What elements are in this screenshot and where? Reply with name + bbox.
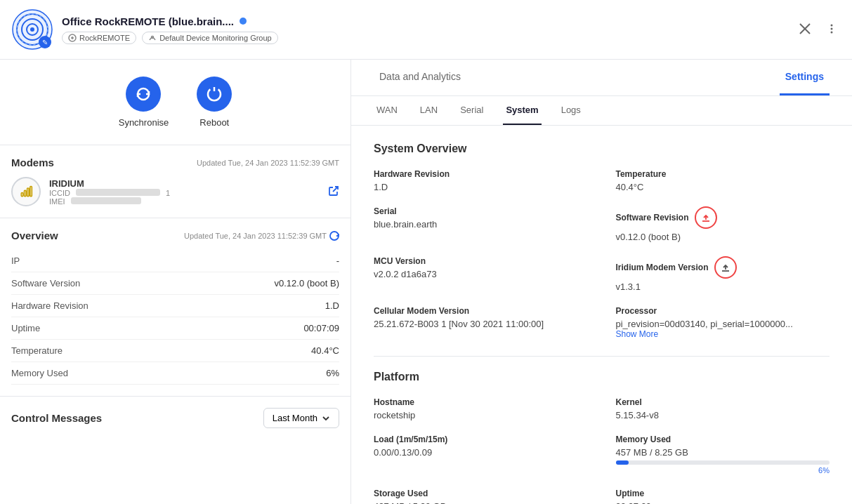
power-icon <box>197 77 232 112</box>
overview-header: Overview Updated Tue, 24 Jan 2023 11:52:… <box>11 230 339 241</box>
system-tabs: WAN LAN Serial System Logs <box>351 96 852 126</box>
svg-text:✎: ✎ <box>42 39 48 46</box>
system-content: System Overview Hardware Revision 1.D Te… <box>351 126 852 504</box>
svg-rect-16 <box>25 190 27 196</box>
action-buttons: Synchronise Reboot <box>0 60 350 145</box>
memory-progress-fill <box>616 460 629 465</box>
overview-section: Overview Updated Tue, 24 Jan 2023 11:52:… <box>0 218 350 397</box>
memory-progress-label: 6% <box>616 466 830 475</box>
left-panel: Synchronise Reboot Modems Updated Tue, 2… <box>0 60 351 504</box>
overview-row-software: Software Version v0.12.0 (boot B) <box>11 272 339 295</box>
show-more-processor[interactable]: Show More <box>616 329 830 339</box>
app-header: ✎ Office RockREMOTE (blue.brain.... Rock… <box>0 0 852 60</box>
tab-serial[interactable]: Serial <box>457 96 486 125</box>
svg-point-12 <box>831 24 833 26</box>
time-range-dropdown[interactable]: Last Month <box>263 408 339 428</box>
svg-point-4 <box>30 27 34 32</box>
field-processor: Processor pi_revision=00d03140, pi_seria… <box>616 306 830 339</box>
platform-title: Platform <box>374 371 830 383</box>
badge-group: Default Device Monitoring Group <box>142 32 278 44</box>
right-panel: Data and Analytics Settings WAN LAN Seri… <box>351 60 852 504</box>
more-options-button[interactable] <box>822 20 841 40</box>
field-mcu-version: MCU Version v2.0.2 d1a6a73 <box>374 256 588 292</box>
overview-row-memory: Memory Used 6% <box>11 362 339 385</box>
field-hostname: Hostname rocketship <box>374 397 588 420</box>
header-badges: RockREMOTE Default Device Monitoring Gro… <box>62 32 796 44</box>
field-iridium-version: Iridium Modem Version v1.3.1 <box>616 256 830 292</box>
modems-updated: Updated Tue, 24 Jan 2023 11:52:39 GMT <box>197 159 339 167</box>
status-dot <box>240 18 247 25</box>
modem-item: IRIDIUM ICCID 1 IMEI <box>11 177 339 206</box>
svg-rect-17 <box>27 188 30 197</box>
tab-system[interactable]: System <box>503 96 541 125</box>
overview-row-ip: IP - <box>11 250 339 272</box>
svg-point-14 <box>831 31 833 33</box>
modem-imei: IMEI <box>49 197 320 206</box>
control-messages-section: Control Messages Last Month <box>0 397 350 439</box>
svg-point-13 <box>831 27 833 29</box>
header-actions <box>796 20 841 40</box>
tab-wan[interactable]: WAN <box>374 96 400 125</box>
svg-line-19 <box>333 187 338 192</box>
section-divider <box>374 356 830 357</box>
field-cellular-version: Cellular Modem Version 25.21.672-B003 1 … <box>374 306 588 339</box>
field-memory-used: Memory Used 457 MB / 8.25 GB 6% <box>616 435 830 475</box>
reboot-button[interactable]: Reboot <box>197 77 232 128</box>
overview-row-hardware: Hardware Revision 1.D <box>11 295 339 317</box>
modem-icon <box>11 177 41 206</box>
field-hardware-revision: Hardware Revision 1.D <box>374 169 588 192</box>
svg-rect-18 <box>30 187 32 197</box>
badge-rockremote: RockREMOTE <box>62 32 136 44</box>
memory-progress-bar <box>616 460 830 465</box>
device-title: Office RockREMOTE (blue.brain.... <box>62 15 796 27</box>
software-upload-button[interactable] <box>695 206 717 229</box>
system-overview-title: System Overview <box>374 142 830 155</box>
nav-settings[interactable]: Settings <box>780 60 830 95</box>
modem-sub: ICCID 1 <box>49 189 320 197</box>
overview-updated: Updated Tue, 24 Jan 2023 11:52:39 GMT <box>184 231 339 241</box>
control-messages-title: Control Messages <box>11 412 102 424</box>
sync-button[interactable]: Synchronise <box>119 77 169 128</box>
overview-title: Overview <box>11 230 58 241</box>
modem-external-link[interactable] <box>328 185 339 199</box>
field-load: Load (1m/5m/15m) 0.00/0.13/0.09 <box>374 435 588 475</box>
modems-header: Modems Updated Tue, 24 Jan 2023 11:52:39… <box>11 157 339 168</box>
overview-rows: IP - Software Version v0.12.0 (boot B) H… <box>11 250 339 385</box>
svg-rect-15 <box>21 193 22 197</box>
tab-logs[interactable]: Logs <box>558 96 584 125</box>
header-info: Office RockREMOTE (blue.brain.... RockRE… <box>62 15 796 44</box>
overview-row-temperature: Temperature 40.4°C <box>11 340 339 362</box>
nav-data-analytics[interactable]: Data and Analytics <box>374 60 466 95</box>
iccid-value <box>76 189 160 196</box>
field-temperature: Temperature 40.4°C <box>616 169 830 192</box>
close-button[interactable] <box>796 20 814 40</box>
platform-grid: Hostname rocketship Kernel 5.15.34-v8 Lo… <box>374 397 830 504</box>
field-software-revision: Software Revision v0.12.0 (boot B) <box>616 206 830 242</box>
control-messages-header: Control Messages Last Month <box>11 408 339 428</box>
top-navigation: Data and Analytics Settings <box>351 60 852 96</box>
sync-icon <box>126 77 161 112</box>
modems-title: Modems <box>11 157 54 168</box>
overview-row-uptime: Uptime 00:07:09 <box>11 317 339 340</box>
system-overview-grid: Hardware Revision 1.D Temperature 40.4°C… <box>374 169 830 339</box>
field-kernel: Kernel 5.15.34-v8 <box>616 397 830 420</box>
iridium-upload-button[interactable] <box>714 256 737 279</box>
field-storage-used: Storage Used 427 MB / 5.39 GB <box>374 489 588 504</box>
field-serial: Serial blue.brain.earth <box>374 206 588 242</box>
app-logo: ✎ <box>11 8 53 51</box>
field-uptime: Uptime 00:07:09 <box>616 489 830 504</box>
modem-details: IRIDIUM ICCID 1 IMEI <box>49 178 320 206</box>
main-layout: Synchronise Reboot Modems Updated Tue, 2… <box>0 60 852 504</box>
imei-value <box>71 197 141 204</box>
tab-lan[interactable]: LAN <box>417 96 440 125</box>
modem-name: IRIDIUM <box>49 178 320 189</box>
modems-section: Modems Updated Tue, 24 Jan 2023 11:52:39… <box>0 145 350 218</box>
